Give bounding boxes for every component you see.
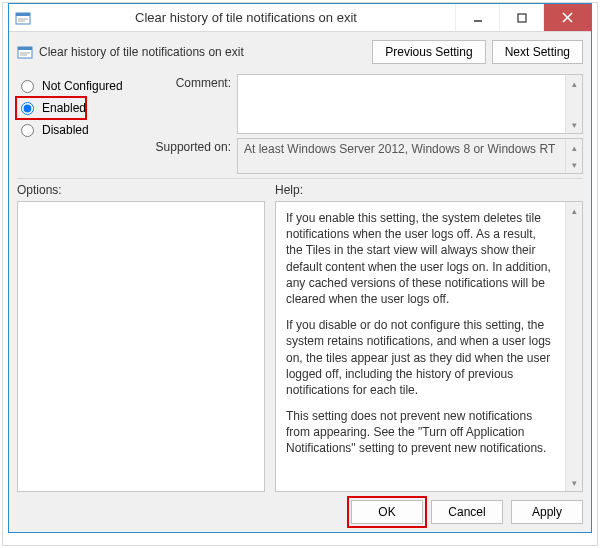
radio-group: Not Configured Enabled Disabled <box>17 74 139 174</box>
radio-disabled-input[interactable] <box>21 124 34 137</box>
radio-not-configured-label: Not Configured <box>42 79 123 93</box>
comment-row: Comment: ▴ ▾ <box>147 74 583 134</box>
ok-button[interactable]: OK <box>351 500 423 524</box>
radio-disabled-label: Disabled <box>42 123 89 137</box>
content-area: Clear history of tile notifications on e… <box>9 32 591 532</box>
close-button[interactable] <box>543 4 591 31</box>
help-p1: If you enable this setting, the system d… <box>286 210 555 307</box>
svg-rect-9 <box>18 47 32 50</box>
radio-enabled-label: Enabled <box>42 101 86 115</box>
radio-not-configured-input[interactable] <box>21 80 34 93</box>
comment-box: ▴ ▾ <box>237 74 583 134</box>
options-label: Options: <box>17 183 265 197</box>
scroll-up-icon[interactable]: ▴ <box>566 202 582 219</box>
options-column: Options: <box>17 183 265 492</box>
window: Clear history of tile notifications on e… <box>8 3 592 533</box>
comment-label: Comment: <box>147 74 231 90</box>
minimize-button[interactable] <box>455 4 499 31</box>
scroll-down-icon[interactable]: ▾ <box>566 156 582 173</box>
apply-button[interactable]: Apply <box>511 500 583 524</box>
supported-text: At least Windows Server 2012, Windows 8 … <box>238 139 565 159</box>
form-column: Comment: ▴ ▾ Supported on: At least Wind… <box>147 74 583 174</box>
previous-setting-button[interactable]: Previous Setting <box>372 40 485 64</box>
help-column: Help: If you enable this setting, the sy… <box>275 183 583 492</box>
radio-not-configured[interactable]: Not Configured <box>17 76 139 96</box>
button-row: OK Cancel Apply <box>17 496 583 524</box>
scroll-down-icon[interactable]: ▾ <box>566 474 582 491</box>
next-setting-button[interactable]: Next Setting <box>492 40 583 64</box>
help-text: If you enable this setting, the system d… <box>276 202 565 491</box>
svg-rect-5 <box>518 14 526 22</box>
main-row: Options: Help: If you enable this settin… <box>17 183 583 492</box>
supported-scrollbar[interactable]: ▴ ▾ <box>565 139 582 173</box>
help-p2: If you disable or do not configure this … <box>286 317 555 398</box>
window-controls <box>455 4 591 31</box>
config-row: Not Configured Enabled Disabled Comment: <box>17 74 583 179</box>
radio-enabled-input[interactable] <box>21 102 34 115</box>
outer-frame: Clear history of tile notifications on e… <box>2 2 598 546</box>
scroll-up-icon[interactable]: ▴ <box>566 75 582 92</box>
radio-disabled[interactable]: Disabled <box>17 120 139 140</box>
scroll-down-icon[interactable]: ▾ <box>566 116 582 133</box>
comment-scrollbar[interactable]: ▴ ▾ <box>565 75 582 133</box>
help-scrollbar[interactable]: ▴ ▾ <box>565 202 582 491</box>
header-text: Clear history of tile notifications on e… <box>39 45 366 59</box>
supported-label: Supported on: <box>147 138 231 154</box>
supported-row: Supported on: At least Windows Server 20… <box>147 138 583 174</box>
scroll-up-icon[interactable]: ▴ <box>566 139 582 156</box>
radio-enabled[interactable]: Enabled <box>17 98 85 118</box>
options-box <box>17 201 265 492</box>
maximize-button[interactable] <box>499 4 543 31</box>
supported-box: At least Windows Server 2012, Windows 8 … <box>237 138 583 174</box>
help-box: If you enable this setting, the system d… <box>275 201 583 492</box>
titlebar: Clear history of tile notifications on e… <box>9 4 591 32</box>
comment-textarea[interactable] <box>238 75 565 133</box>
window-icon <box>9 4 37 31</box>
help-label: Help: <box>275 183 583 197</box>
window-title: Clear history of tile notifications on e… <box>37 4 455 31</box>
help-p3: This setting does not prevent new notifi… <box>286 408 555 457</box>
svg-rect-1 <box>16 13 30 16</box>
cancel-button[interactable]: Cancel <box>431 500 503 524</box>
policy-icon <box>17 44 33 60</box>
header-row: Clear history of tile notifications on e… <box>17 38 583 70</box>
